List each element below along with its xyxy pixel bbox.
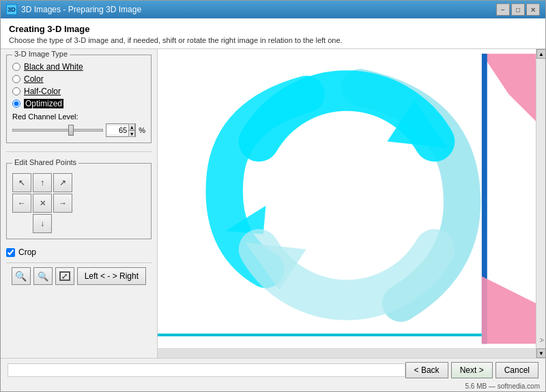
slider-container — [12, 123, 103, 137]
edit-points-label: Edit Shared Points — [12, 158, 78, 166]
main-window: 3D 3D Images - Preparing 3D Image − □ ✕ … — [0, 0, 546, 392]
footer-buttons: < Back Next > Cancel — [405, 362, 538, 378]
crop-label: Crop — [18, 247, 36, 257]
zoom-out-icon: 🔍− — [38, 271, 48, 282]
arrow-grid: ↖ ↑ ↗ ← ✕ → ↓ — [12, 173, 145, 233]
bottom-toolbar: 🔍 🔍− ⤢ Left < - > Right — [6, 262, 152, 289]
radio-optimized-label: Optimized — [24, 99, 63, 108]
fit-icon: ⤢ — [59, 271, 70, 281]
radio-item-color[interactable]: Color — [12, 74, 145, 84]
radio-bw-label: Black and White — [24, 62, 83, 72]
channel-section: Red Channel Level: ▲ ▼ — [12, 112, 145, 137]
radio-optimized[interactable] — [12, 100, 20, 108]
arrow-downleft-empty — [12, 214, 31, 233]
scroll-down-button[interactable]: ▼ — [536, 348, 545, 358]
percent-input: ▲ ▼ — [106, 123, 136, 137]
radio-item-half[interactable]: Half-Color — [12, 87, 145, 96]
progress-bar — [8, 363, 405, 377]
swap-button[interactable]: Left < - > Right — [77, 267, 146, 285]
zoom-in-button[interactable]: 🔍 — [12, 267, 31, 285]
size-info: 5.6 MB — softnedia.com — [1, 381, 545, 391]
arrow-upright-button[interactable]: ↗ — [53, 173, 72, 192]
radio-item-bw[interactable]: Black and White — [12, 62, 145, 72]
radio-half[interactable] — [12, 87, 20, 95]
crop-section: Crop — [6, 247, 152, 257]
fit-button[interactable]: ⤢ — [55, 267, 74, 285]
page-subtitle: Choose the type of 3-D image and, if nee… — [9, 36, 537, 44]
radio-bw[interactable] — [12, 63, 20, 71]
channel-control: ▲ ▼ % — [12, 123, 145, 137]
left-panel: 3-D Image Type Black and White Color Hal… — [1, 49, 158, 358]
image-canvas — [158, 49, 536, 348]
svg-rect-7 — [158, 333, 482, 336]
header-area: Creating 3-D Image Choose the type of 3-… — [1, 18, 545, 49]
slider-track — [12, 129, 103, 132]
arrow-down-button[interactable]: ↓ — [33, 214, 52, 233]
title-bar-controls: − □ ✕ — [496, 3, 540, 16]
arrow-center-button[interactable]: ✕ — [33, 194, 52, 213]
minimize-button[interactable]: − — [496, 3, 510, 16]
right-scrollbar: ▲ A → 2 → 2 M ▼ — [536, 49, 545, 358]
footer: < Back Next > Cancel — [1, 358, 545, 381]
window-title: 3D Images - Preparing 3D Image — [21, 5, 141, 14]
arrow-right-button[interactable]: → — [53, 194, 72, 213]
title-bar-left: 3D 3D Images - Preparing 3D Image — [6, 4, 141, 15]
arrow-downright-empty — [53, 214, 72, 233]
title-bar: 3D 3D Images - Preparing 3D Image − □ ✕ — [1, 1, 545, 18]
radio-color-label: Color — [24, 74, 44, 84]
slider-thumb[interactable] — [68, 125, 74, 136]
arrow-upleft-button[interactable]: ↖ — [12, 173, 31, 192]
radio-color[interactable] — [12, 75, 20, 83]
scroll-labels: A → 2 → 2 M — [536, 333, 545, 348]
radio-item-optimized[interactable]: Optimized — [12, 99, 145, 108]
channel-label: Red Channel Level: — [12, 112, 145, 121]
percent-value-input[interactable] — [106, 126, 128, 134]
canvas-svg — [158, 49, 536, 348]
scroll-track — [536, 59, 545, 333]
image-area — [158, 49, 536, 358]
cancel-button[interactable]: Cancel — [495, 362, 538, 378]
arrow-left-button[interactable]: ← — [12, 194, 31, 213]
spinner-up[interactable]: ▲ — [128, 123, 135, 130]
close-button[interactable]: ✕ — [526, 3, 540, 16]
radio-group: Black and White Color Half-Color Optimiz… — [12, 62, 145, 108]
maximize-button[interactable]: □ — [511, 3, 525, 16]
app-icon: 3D — [6, 4, 17, 15]
back-button[interactable]: < Back — [405, 362, 448, 378]
radio-half-label: Half-Color — [24, 87, 61, 96]
zoom-in-icon: 🔍 — [15, 271, 27, 282]
crop-checkbox[interactable] — [6, 248, 15, 257]
image-type-group: 3-D Image Type Black and White Color Hal… — [6, 55, 152, 143]
arrow-up-button[interactable]: ↑ — [33, 173, 52, 192]
page-title: Creating 3-D Image — [9, 24, 537, 34]
edit-points-group: Edit Shared Points ↖ ↑ ↗ ← ✕ → ↓ — [6, 163, 152, 239]
scroll-up-button[interactable]: ▲ — [536, 49, 545, 59]
spinner-down[interactable]: ▼ — [128, 130, 135, 137]
image-type-group-label: 3-D Image Type — [12, 50, 70, 58]
main-content: 3-D Image Type Black and White Color Hal… — [1, 49, 545, 358]
spinner-buttons: ▲ ▼ — [128, 123, 135, 137]
image-scrollbar[interactable] — [158, 348, 536, 358]
separator-1 — [6, 151, 152, 152]
percent-sign: % — [139, 126, 145, 134]
next-button[interactable]: Next > — [451, 362, 493, 378]
zoom-out-button[interactable]: 🔍− — [33, 267, 53, 285]
scrollbar-track — [158, 350, 536, 358]
